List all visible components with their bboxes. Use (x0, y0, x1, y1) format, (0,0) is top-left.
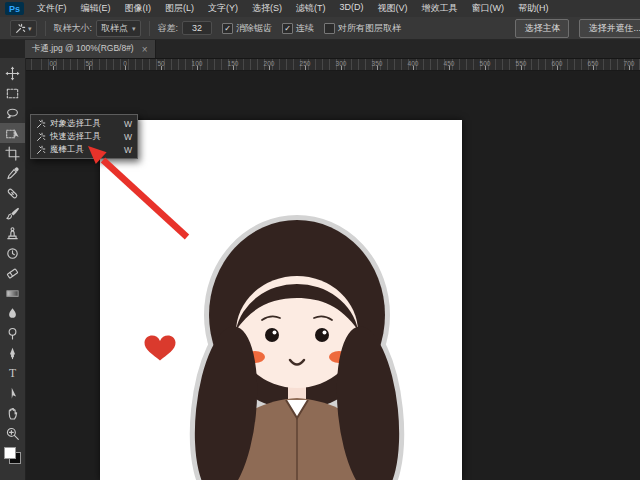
document-tab-bar: 卡通.jpg @ 100%(RGB/8#) × (0, 40, 640, 59)
gradient-tool[interactable] (0, 283, 25, 303)
ruler-tick: 400 (395, 58, 431, 70)
document-canvas[interactable] (100, 120, 462, 480)
menu-item[interactable]: 视图(V) (371, 2, 415, 15)
tool-flyout-item[interactable]: 对象选择工具 W (31, 117, 137, 130)
menu-item[interactable]: 图层(L) (158, 2, 201, 15)
hand-tool[interactable] (0, 403, 25, 423)
tool-flyout-item[interactable]: 魔棒工具 W (31, 143, 137, 156)
sample-all-layers-label: 对所有图层取样 (338, 22, 401, 35)
checkbox-checked-icon: ✓ (282, 23, 293, 34)
document-tab[interactable]: 卡通.jpg @ 100%(RGB/8#) × (25, 40, 156, 58)
clone-stamp-tool[interactable] (0, 223, 25, 243)
tools-panel: T (0, 58, 26, 480)
path-selection-tool[interactable] (0, 383, 25, 403)
pen-icon (5, 346, 20, 361)
type-icon: T (5, 366, 20, 381)
document-tab-title: 卡通.jpg @ 100%(RGB/8#) (32, 43, 134, 55)
ruler-tick: 350 (359, 58, 395, 70)
ruler-tick: 100 (179, 58, 215, 70)
eraser-tool[interactable] (0, 263, 25, 283)
contiguous-label: 连续 (296, 22, 314, 35)
move-icon (5, 66, 20, 81)
object-selection-icon (5, 126, 20, 141)
ruler-tick: 450 (431, 58, 467, 70)
tool-flyout-item[interactable]: 快速选择工具 W (31, 130, 137, 143)
history-brush-tool[interactable] (0, 243, 25, 263)
move-tool[interactable] (0, 63, 25, 83)
ruler-tick: 300 (323, 58, 359, 70)
menu-bar: Ps 文件(F)编辑(E)图像(I)图层(L)文字(Y)选择(S)滤镜(T)3D… (0, 0, 640, 18)
tolerance-label: 容差: (158, 22, 179, 35)
separator (45, 21, 46, 36)
lasso-icon (5, 106, 20, 121)
ruler-tick: 700 (611, 58, 640, 70)
ruler-tick: 600 (539, 58, 575, 70)
eyedropper-icon (5, 166, 20, 181)
close-icon[interactable]: × (142, 44, 148, 55)
gradient-icon (5, 286, 20, 301)
brush-tool[interactable] (0, 203, 25, 223)
menu-item[interactable]: 帮助(H) (511, 2, 556, 15)
ruler-tick: 550 (503, 58, 539, 70)
contiguous-checkbox[interactable]: ✓ 连续 (282, 22, 314, 35)
marquee-icon (5, 86, 20, 101)
sample-size-dropdown[interactable]: 取样点 ▾ (96, 20, 141, 37)
zoom-icon (5, 426, 20, 441)
ruler-tick: 500 (467, 58, 503, 70)
select-and-mask-button[interactable]: 选择并遮住... (579, 19, 640, 38)
photoshop-logo: Ps (5, 2, 24, 15)
photoshop-window: Ps 文件(F)编辑(E)图像(I)图层(L)文字(Y)选择(S)滤镜(T)3D… (0, 0, 640, 480)
ruler-tick: 200 (251, 58, 287, 70)
checkbox-unchecked-icon (324, 23, 335, 34)
menu-item[interactable]: 图像(I) (118, 2, 159, 15)
select-subject-button[interactable]: 选择主体 (515, 19, 569, 38)
svg-text:T: T (9, 367, 16, 380)
eyedropper-tool[interactable] (0, 163, 25, 183)
menu-item[interactable]: 增效工具 (415, 2, 465, 15)
menu-item[interactable]: 文件(F) (30, 2, 74, 15)
ruler-tick: 50 (71, 58, 107, 70)
magic-wand-icon (15, 23, 26, 34)
ruler-tick: 00 (35, 58, 71, 70)
lasso-tool[interactable] (0, 103, 25, 123)
pen-tool[interactable] (0, 343, 25, 363)
menu-item[interactable]: 编辑(E) (74, 2, 118, 15)
antialias-label: 消除锯齿 (236, 22, 272, 35)
ruler-tick: 250 (287, 58, 323, 70)
type-tool[interactable]: T (0, 363, 25, 383)
eraser-icon (5, 266, 20, 281)
brush-icon (5, 206, 20, 221)
spot-healing-brush-tool[interactable] (0, 183, 25, 203)
blur-tool[interactable] (0, 303, 25, 323)
magic-wand-icon (36, 119, 46, 129)
menu-items: 文件(F)编辑(E)图像(I)图层(L)文字(Y)选择(S)滤镜(T)3D(D)… (30, 2, 556, 15)
ruler-tick: 150 (215, 58, 251, 70)
separator (149, 21, 150, 36)
rectangular-marquee-tool[interactable] (0, 83, 25, 103)
tool-flyout-shortcut: W (124, 132, 132, 142)
dodge-icon (5, 326, 20, 341)
object-selection-tool[interactable] (0, 123, 25, 143)
sample-all-layers-checkbox[interactable]: 对所有图层取样 (324, 22, 401, 35)
dodge-tool[interactable] (0, 323, 25, 343)
blur-drop-icon (5, 306, 20, 321)
menu-item[interactable]: 3D(D) (333, 2, 371, 15)
menu-item[interactable]: 文字(Y) (201, 2, 245, 15)
antialias-checkbox[interactable]: ✓ 消除锯齿 (222, 22, 272, 35)
clone-stamp-icon (5, 226, 20, 241)
menu-item[interactable]: 窗口(W) (465, 2, 512, 15)
ruler-tick: 650 (575, 58, 611, 70)
history-brush-icon (5, 246, 20, 261)
hand-icon (5, 406, 20, 421)
crop-tool[interactable] (0, 143, 25, 163)
menu-item[interactable]: 选择(S) (245, 2, 289, 15)
horizontal-ruler: 0050050100150200250300350400450500550600… (25, 58, 640, 71)
tolerance-input[interactable]: 32 (182, 21, 212, 35)
ruler-tick: 0 (107, 58, 143, 70)
menu-item[interactable]: 滤镜(T) (289, 2, 333, 15)
crop-icon (5, 146, 20, 161)
tool-preset-picker[interactable]: ▾ (10, 20, 37, 37)
foreground-color-swatch[interactable] (4, 447, 16, 459)
color-swatches[interactable] (4, 447, 21, 464)
zoom-tool[interactable] (0, 423, 25, 443)
